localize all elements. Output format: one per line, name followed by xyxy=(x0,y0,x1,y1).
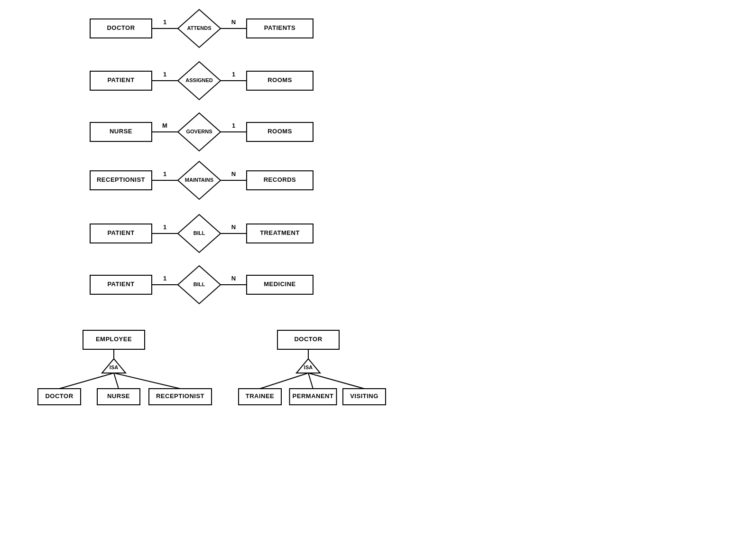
entity-patient: PATIENT xyxy=(107,229,134,236)
relationship-bill: BILL xyxy=(194,281,205,287)
entity-receptionist: RECEPTIONIST xyxy=(156,392,204,400)
cardinality-right: N xyxy=(231,275,236,282)
relationship-assigned: ASSIGNED xyxy=(185,77,213,83)
cardinality-right: 1 xyxy=(232,122,235,129)
entity-employee: EMPLOYEE xyxy=(96,336,132,343)
entity-nurse: NURSE xyxy=(107,392,130,400)
relationship-maintains: MAINTAINS xyxy=(185,177,213,183)
relationship-bill: BILL xyxy=(194,230,205,236)
isa-label: ISA xyxy=(110,364,118,370)
cardinality-left: M xyxy=(162,122,167,129)
cardinality-left: 1 xyxy=(163,224,166,231)
entity-medicine: MEDICINE xyxy=(264,280,296,288)
entity-rooms: ROOMS xyxy=(267,128,292,135)
entity-patient: PATIENT xyxy=(107,76,134,84)
entity-trainee: TRAINEE xyxy=(246,392,275,400)
entity-doctor: DOCTOR xyxy=(107,24,135,31)
entity-records: RECORDS xyxy=(264,176,296,183)
entity-visiting: VISITING xyxy=(350,392,378,400)
svg-line-45 xyxy=(308,373,313,389)
entity-treatment: TREATMENT xyxy=(260,229,300,236)
cardinality-right: 1 xyxy=(232,71,235,78)
entity-doctor: DOCTOR xyxy=(294,336,322,343)
entity-receptionist: RECEPTIONIST xyxy=(97,176,145,183)
svg-line-38 xyxy=(114,373,180,389)
svg-line-47 xyxy=(308,373,364,389)
svg-line-36 xyxy=(114,373,119,389)
cardinality-right: N xyxy=(231,19,236,26)
entity-patient: PATIENT xyxy=(107,280,134,288)
cardinality-left: 1 xyxy=(163,19,166,26)
cardinality-right: N xyxy=(231,224,236,231)
relationship-attends: ATTENDS xyxy=(187,25,211,31)
entity-patients: PATIENTS xyxy=(264,24,295,31)
entity-rooms: ROOMS xyxy=(267,76,292,84)
cardinality-left: 1 xyxy=(163,170,166,177)
entity-nurse: NURSE xyxy=(110,128,132,135)
relationship-governs: GOVERNS xyxy=(186,129,212,134)
svg-line-43 xyxy=(260,373,308,389)
cardinality-left: 1 xyxy=(163,71,166,78)
cardinality-left: 1 xyxy=(163,275,166,282)
svg-line-34 xyxy=(59,373,114,389)
entity-doctor: DOCTOR xyxy=(45,392,73,400)
isa-label: ISA xyxy=(304,364,313,370)
er-diagram: DOCTORPATIENTSATTENDS1NPATIENTROOMSASSIG… xyxy=(0,0,756,541)
entity-permanent: PERMANENT xyxy=(293,392,334,400)
cardinality-right: N xyxy=(231,170,236,177)
